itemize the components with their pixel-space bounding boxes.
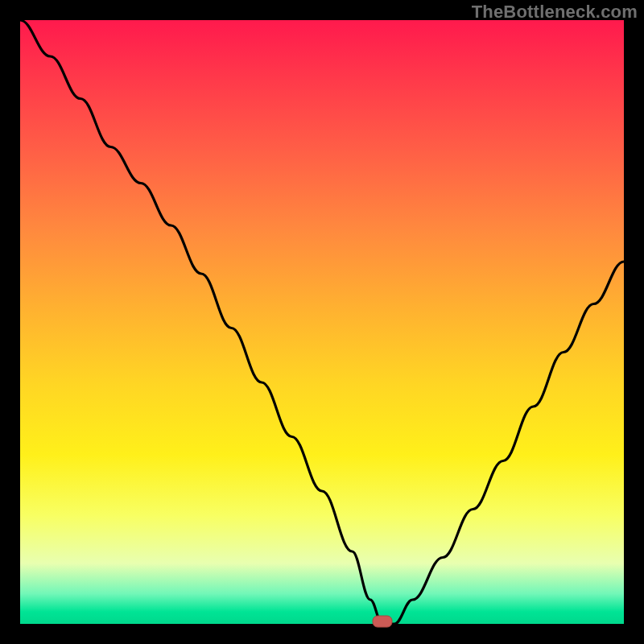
watermark-text: TheBottleneck.com [472, 2, 638, 23]
bottleneck-curve [20, 20, 624, 624]
min-marker [373, 616, 392, 627]
curve-svg [20, 20, 624, 624]
chart-frame: TheBottleneck.com [0, 0, 644, 644]
